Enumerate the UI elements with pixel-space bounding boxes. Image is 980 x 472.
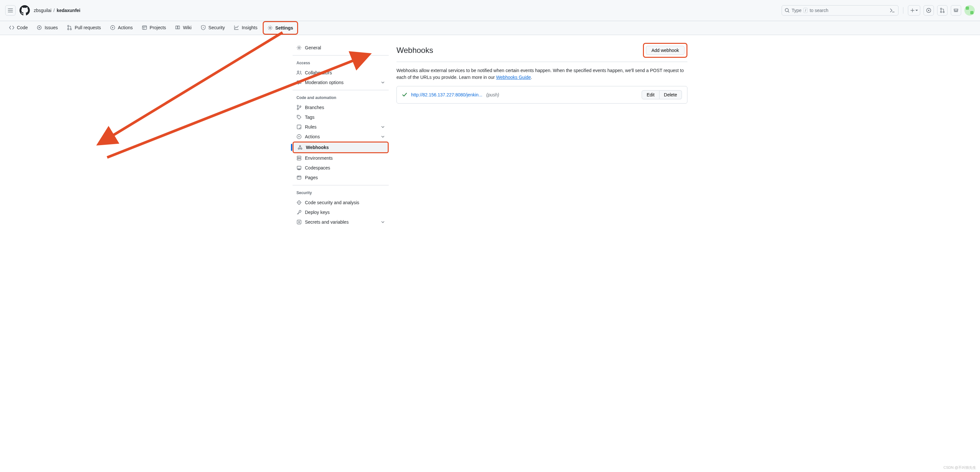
edit-webhook-button[interactable]: Edit xyxy=(642,90,659,99)
comment-icon xyxy=(296,80,302,85)
sidebar-heading-security: Security xyxy=(293,188,389,198)
tag-icon xyxy=(296,114,302,120)
sidebar-item-tags[interactable]: Tags xyxy=(293,112,389,122)
tab-insights[interactable]: Insights xyxy=(230,22,261,34)
sidebar-item-pages[interactable]: Pages xyxy=(293,173,389,183)
tab-actions[interactable]: Actions xyxy=(106,22,137,34)
desc-text: . xyxy=(531,75,532,80)
asterisk-icon xyxy=(296,219,302,225)
svg-rect-31 xyxy=(297,176,301,179)
sidebar-item-label: Secrets and variables xyxy=(305,219,349,225)
sidebar-item-codespaces[interactable]: Codespaces xyxy=(293,163,389,173)
main-content: Webhooks Add webhook Webhooks allow exte… xyxy=(396,43,687,227)
svg-point-23 xyxy=(298,148,299,149)
add-webhook-button[interactable]: Add webhook xyxy=(646,46,684,55)
sidebar-item-actions[interactable]: Actions xyxy=(293,132,389,141)
svg-point-7 xyxy=(39,27,40,28)
codespaces-icon xyxy=(296,165,302,170)
nav-label: Pull requests xyxy=(75,25,101,30)
sidebar-item-label: Pages xyxy=(305,175,318,180)
search-icon xyxy=(784,8,790,13)
chevron-down-icon xyxy=(381,220,385,224)
nav-label: Wiki xyxy=(183,25,191,30)
tab-projects[interactable]: Projects xyxy=(138,22,170,34)
tab-pull-requests[interactable]: Pull requests xyxy=(63,22,105,34)
svg-point-15 xyxy=(298,47,300,49)
svg-point-33 xyxy=(299,202,300,203)
tab-issues[interactable]: Issues xyxy=(33,22,61,34)
create-new-button[interactable] xyxy=(908,5,920,16)
svg-point-10 xyxy=(70,29,72,30)
chevron-down-icon xyxy=(381,125,385,129)
sidebar-item-environments[interactable]: Environments xyxy=(293,153,389,163)
sidebar-item-general[interactable]: General xyxy=(293,43,389,52)
tab-code[interactable]: Code xyxy=(5,22,32,34)
command-palette-icon[interactable] xyxy=(889,7,896,14)
people-icon xyxy=(296,70,302,75)
svg-point-16 xyxy=(298,71,299,73)
server-icon xyxy=(296,156,302,161)
sidebar-item-branches[interactable]: Branches xyxy=(293,103,389,112)
gear-icon xyxy=(267,25,273,30)
svg-point-9 xyxy=(68,29,69,30)
sidebar-item-webhooks[interactable]: Webhooks xyxy=(293,141,389,153)
scan-icon xyxy=(296,200,302,205)
sidebar-item-label: General xyxy=(305,45,321,50)
search-text-prefix: Type xyxy=(792,8,802,13)
github-logo[interactable] xyxy=(19,5,30,16)
plus-icon xyxy=(910,8,915,13)
sidebar-item-label: Moderation options xyxy=(305,80,344,85)
webhook-row: http://82.156.137.227:8080/jenkin... (pu… xyxy=(397,86,687,103)
sidebar-item-label: Webhooks xyxy=(306,145,329,150)
sidebar-item-secrets[interactable]: Secrets and variables xyxy=(293,217,389,227)
delete-webhook-button[interactable]: Delete xyxy=(660,90,682,99)
webhook-url-link[interactable]: http://82.156.137.227:8080/jenkin... xyxy=(411,92,482,97)
breadcrumb-owner[interactable]: zbsguilai xyxy=(34,8,51,13)
shield-icon xyxy=(200,25,206,30)
search-slash-key: / xyxy=(803,8,808,13)
nav-label: Settings xyxy=(275,25,293,30)
chevron-down-icon xyxy=(381,81,385,84)
sidebar-item-deploy-keys[interactable]: Deploy keys xyxy=(293,207,389,217)
sidebar-item-label: Actions xyxy=(305,134,320,139)
sidebar-item-rules[interactable]: Rules xyxy=(293,122,389,132)
browser-icon xyxy=(296,175,302,180)
header-divider xyxy=(903,7,904,14)
nav-label: Code xyxy=(17,25,28,30)
issues-button[interactable] xyxy=(923,5,934,16)
desc-text: Webhooks allow external services to be n… xyxy=(396,68,684,80)
pull-requests-button[interactable] xyxy=(937,5,948,16)
sidebar-heading-access: Access xyxy=(293,58,389,68)
webhooks-guide-link[interactable]: Webhooks Guide xyxy=(496,75,531,80)
svg-point-19 xyxy=(300,106,301,107)
sidebar-item-moderation[interactable]: Moderation options xyxy=(293,78,389,87)
svg-point-17 xyxy=(297,105,298,106)
breadcrumb-repo[interactable]: kedaxunfei xyxy=(57,8,80,13)
webhook-list: http://82.156.137.227:8080/jenkin... (pu… xyxy=(396,86,687,103)
tab-settings[interactable]: Settings xyxy=(263,21,298,35)
project-icon xyxy=(142,25,147,30)
nav-label: Issues xyxy=(45,25,57,30)
sidebar-item-label: Codespaces xyxy=(305,165,330,170)
book-icon xyxy=(175,25,180,30)
settings-sidebar: General Access Collaborators Moderation … xyxy=(293,43,389,227)
webhook-events: (push) xyxy=(487,92,500,97)
hamburger-menu-button[interactable] xyxy=(5,5,16,16)
tab-wiki[interactable]: Wiki xyxy=(171,22,195,34)
nav-label: Actions xyxy=(118,25,133,30)
caret-down-icon xyxy=(915,9,918,12)
svg-rect-21 xyxy=(297,125,301,129)
sidebar-item-code-security[interactable]: Code security and analysis xyxy=(293,198,389,207)
search-input[interactable]: Type / to search xyxy=(781,5,899,16)
sidebar-item-label: Collaborators xyxy=(305,70,332,75)
user-avatar[interactable] xyxy=(964,5,975,16)
issue-icon xyxy=(926,8,931,13)
svg-rect-12 xyxy=(142,26,146,30)
tab-security[interactable]: Security xyxy=(197,22,229,34)
webhooks-description: Webhooks allow external services to be n… xyxy=(396,67,687,81)
sidebar-item-collaborators[interactable]: Collaborators xyxy=(293,68,389,78)
sidebar-item-label: Branches xyxy=(305,105,324,110)
check-icon xyxy=(402,92,407,97)
graph-icon xyxy=(234,25,239,30)
notifications-button[interactable] xyxy=(951,5,961,16)
